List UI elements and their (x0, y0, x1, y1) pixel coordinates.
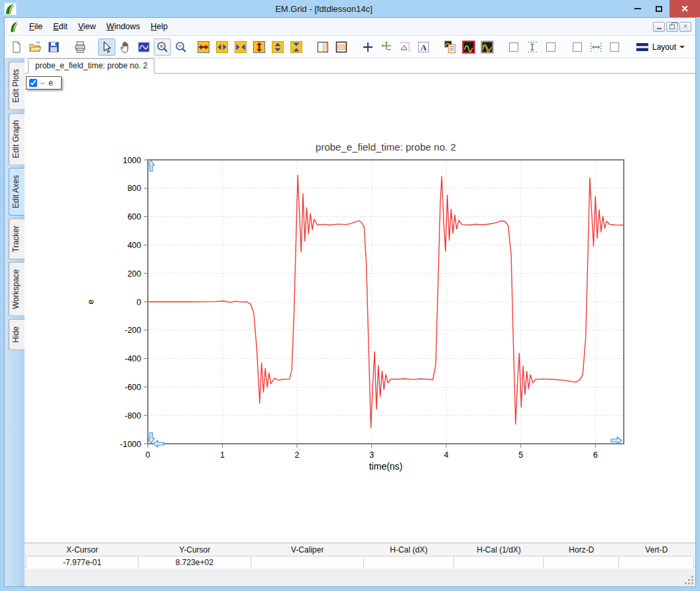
horizontal-range-arrows-icon (589, 40, 603, 54)
legend-box: – e (26, 76, 62, 90)
menu-view[interactable]: View (73, 19, 101, 34)
expand-vertical-button[interactable] (269, 38, 286, 56)
layout-label: Layout (652, 42, 676, 52)
layout-menu-button[interactable]: Layout (632, 40, 689, 54)
y-axis-label: e (86, 299, 95, 304)
document-tab[interactable]: probe_e_field_time: probe no. 2 (28, 58, 154, 74)
h-range-checkbox-left[interactable] (569, 38, 586, 56)
cursor-status-table: X-Cursor Y-Cursor V-Caliper H-Cal (dX) H… (25, 543, 695, 568)
mdi-restore-button[interactable] (666, 22, 678, 32)
checkbox-icon (507, 40, 520, 54)
vertical-stripes-icon (316, 40, 329, 54)
open-folder-icon (29, 40, 42, 54)
fit-width-button[interactable] (195, 38, 212, 56)
horizontal-stripes-icon (335, 40, 348, 54)
sidebar-tab[interactable]: Edit Plots (9, 62, 25, 110)
open-file-button[interactable] (27, 38, 44, 56)
sidebar-tab[interactable]: Hide (9, 319, 25, 350)
v-range-arrows[interactable] (524, 38, 541, 56)
mdi-close-button[interactable]: × (679, 22, 691, 32)
save-button[interactable] (45, 38, 62, 56)
zoom-in-button[interactable] (154, 38, 171, 56)
sidebar-tab[interactable]: Edit Graph (9, 113, 25, 165)
plot-multi-curve-button[interactable] (479, 38, 496, 56)
minimize-button[interactable] (627, 0, 648, 17)
menu-file[interactable]: File (24, 19, 48, 34)
chart-canvas[interactable]: probe_e_field_time: probe no. 2 e time(n… (25, 74, 697, 543)
plot-region: – e probe_e_field_time: probe no. 2 e ti… (25, 74, 695, 543)
crosshair-button[interactable] (359, 38, 377, 56)
status-column-header: H-Cal (dX) (364, 543, 454, 556)
x-tick-label: 1 (220, 450, 225, 460)
compress-horizontal-button[interactable] (232, 38, 249, 56)
axes-markers-button[interactable] (378, 38, 395, 56)
expand-horizontal-icon (215, 40, 229, 54)
menu-windows[interactable]: Windows (101, 19, 146, 34)
compress-horizontal-icon (234, 40, 247, 54)
menu-help[interactable]: Help (145, 19, 173, 34)
status-column-header: X-Cursor (26, 543, 139, 556)
status-value-y-cursor: 8.723e+02 (139, 556, 251, 568)
status-value-horz-d (544, 556, 618, 568)
axis-handle-top[interactable] (148, 161, 154, 171)
x-tick-label: 4 (444, 450, 449, 460)
y-tick-label: -800 (125, 411, 141, 421)
axis-handle-bottom[interactable] (148, 432, 154, 443)
single-curve-icon (462, 40, 475, 54)
status-column-header: Horz-D (544, 543, 618, 556)
pan-tool-button[interactable] (117, 38, 134, 56)
text-a-icon: A (417, 40, 430, 54)
text-label-button[interactable]: A (415, 38, 432, 56)
compress-vertical-button[interactable] (288, 38, 305, 56)
maximize-button[interactable] (648, 0, 670, 17)
fit-height-button[interactable] (251, 38, 268, 56)
app-frame: File Edit View Windows Help × (4, 17, 696, 587)
save-icon (47, 40, 60, 54)
menu-edit[interactable]: Edit (48, 19, 73, 34)
v-range-checkbox-right[interactable] (542, 38, 559, 56)
status-value-h-cal-1dx (454, 556, 544, 568)
legend-dash: – (40, 80, 45, 86)
vertical-stripes-button[interactable] (314, 38, 331, 56)
zoom-out-icon (174, 40, 188, 54)
sidebar-tab[interactable]: Tracker (9, 218, 25, 259)
expand-vertical-icon (271, 40, 284, 54)
sidebar-tab[interactable]: Workspace (9, 262, 25, 316)
mdi-minimize-button[interactable] (653, 22, 665, 32)
print-icon (74, 40, 87, 54)
y-tick-label: -200 (125, 326, 141, 335)
x-tick-label: 2 (295, 450, 300, 460)
plot-curve-icon (137, 40, 150, 54)
sidebar: Edit Plots Edit Graph Edit Axes Tracker … (5, 58, 25, 586)
plot-single-curve-button[interactable] (460, 38, 477, 56)
axis-handle-left[interactable] (153, 440, 164, 447)
zoom-out-button[interactable] (172, 38, 190, 56)
expand-horizontal-button[interactable] (213, 38, 231, 56)
print-button[interactable] (72, 38, 89, 56)
legend-toggle-button[interactable] (441, 38, 459, 56)
chart-title: probe_e_field_time: probe no. 2 (316, 141, 456, 153)
select-tool-button[interactable] (98, 38, 115, 56)
horizontal-stripes-button[interactable] (333, 38, 350, 56)
h-range-arrows[interactable] (587, 38, 605, 56)
y-tick-label: 200 (127, 269, 141, 279)
shape-triangle-button[interactable] (396, 38, 414, 56)
new-file-button[interactable] (8, 38, 25, 56)
x-tick-label: 0 (146, 450, 150, 460)
axis-handle-right[interactable] (611, 437, 622, 444)
document-logo-icon (9, 21, 20, 33)
legend-label: e (48, 78, 53, 88)
minimize-icon (634, 8, 641, 9)
y-tick-label: -400 (125, 354, 141, 363)
sidebar-tab[interactable]: Edit Axes (9, 168, 25, 216)
resize-grip[interactable] (685, 576, 693, 584)
plot-tool-button[interactable] (135, 38, 152, 56)
x-axis-label: time(ns) (369, 461, 403, 472)
y-tick-label: 600 (127, 212, 141, 222)
zoom-in-icon (156, 40, 169, 54)
close-button[interactable]: ✕ (670, 0, 700, 17)
v-range-checkbox-left[interactable] (505, 38, 522, 56)
legend-icon (443, 40, 457, 54)
h-range-checkbox-right[interactable] (606, 38, 623, 56)
legend-checkbox[interactable] (29, 79, 37, 87)
